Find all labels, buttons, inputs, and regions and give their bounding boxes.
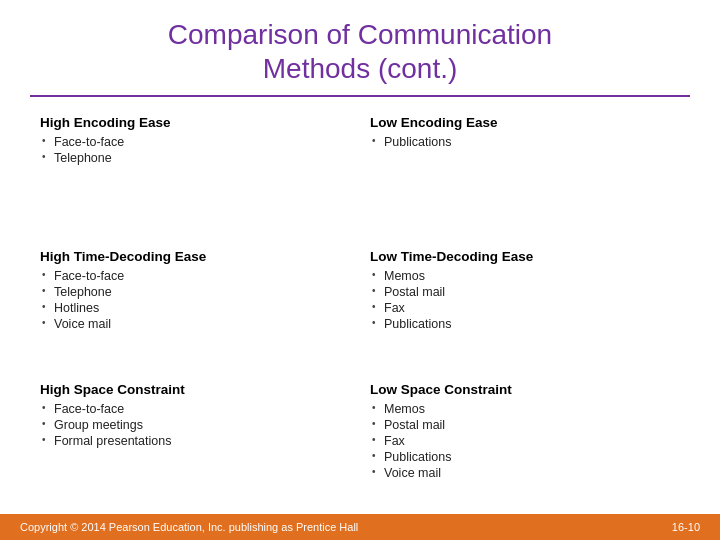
list-item: Telephone xyxy=(40,284,350,300)
slide-title: Comparison of Communication Methods (con… xyxy=(60,18,660,85)
footer-copyright: Copyright © 2014 Pearson Education, Inc.… xyxy=(20,521,358,533)
section-list-high-encoding: Face-to-face Telephone xyxy=(40,134,350,166)
list-item: Telephone xyxy=(40,150,350,166)
list-item: Face-to-face xyxy=(40,268,350,284)
list-item: Formal presentations xyxy=(40,433,350,449)
list-item: Fax xyxy=(370,433,680,449)
section-title-high-encoding: High Encoding Ease xyxy=(40,115,350,130)
section-high-time-decoding: High Time-Decoding Ease Face-to-face Tel… xyxy=(30,243,360,377)
header-divider xyxy=(30,95,690,97)
list-item: Publications xyxy=(370,316,680,332)
list-item: Group meetings xyxy=(40,417,350,433)
list-item: Fax xyxy=(370,300,680,316)
footer-page-number: 16-10 xyxy=(672,521,700,533)
slide-footer: Copyright © 2014 Pearson Education, Inc.… xyxy=(0,514,720,540)
section-low-encoding: Low Encoding Ease Publications xyxy=(360,109,690,243)
section-high-space: High Space Constraint Face-to-face Group… xyxy=(30,376,360,510)
section-list-low-space: Memos Postal mail Fax Publications Voice… xyxy=(370,401,680,481)
list-item: Memos xyxy=(370,268,680,284)
content-area: High Encoding Ease Face-to-face Telephon… xyxy=(0,105,720,514)
section-list-low-encoding: Publications xyxy=(370,134,680,150)
list-item: Publications xyxy=(370,449,680,465)
section-list-high-time-decoding: Face-to-face Telephone Hotlines Voice ma… xyxy=(40,268,350,332)
list-item: Voice mail xyxy=(40,316,350,332)
section-list-low-time-decoding: Memos Postal mail Fax Publications xyxy=(370,268,680,332)
list-item: Postal mail xyxy=(370,284,680,300)
list-item: Face-to-face xyxy=(40,134,350,150)
section-title-high-space: High Space Constraint xyxy=(40,382,350,397)
section-title-low-time-decoding: Low Time-Decoding Ease xyxy=(370,249,680,264)
list-item: Publications xyxy=(370,134,680,150)
list-item: Face-to-face xyxy=(40,401,350,417)
section-title-low-encoding: Low Encoding Ease xyxy=(370,115,680,130)
section-high-encoding: High Encoding Ease Face-to-face Telephon… xyxy=(30,109,360,243)
section-low-time-decoding: Low Time-Decoding Ease Memos Postal mail… xyxy=(360,243,690,377)
list-item: Voice mail xyxy=(370,465,680,481)
list-item: Memos xyxy=(370,401,680,417)
slide-header: Comparison of Communication Methods (con… xyxy=(0,0,720,95)
section-title-high-time-decoding: High Time-Decoding Ease xyxy=(40,249,350,264)
list-item: Postal mail xyxy=(370,417,680,433)
section-title-low-space: Low Space Constraint xyxy=(370,382,680,397)
slide-container: Comparison of Communication Methods (con… xyxy=(0,0,720,540)
section-low-space: Low Space Constraint Memos Postal mail F… xyxy=(360,376,690,510)
list-item: Hotlines xyxy=(40,300,350,316)
section-list-high-space: Face-to-face Group meetings Formal prese… xyxy=(40,401,350,449)
